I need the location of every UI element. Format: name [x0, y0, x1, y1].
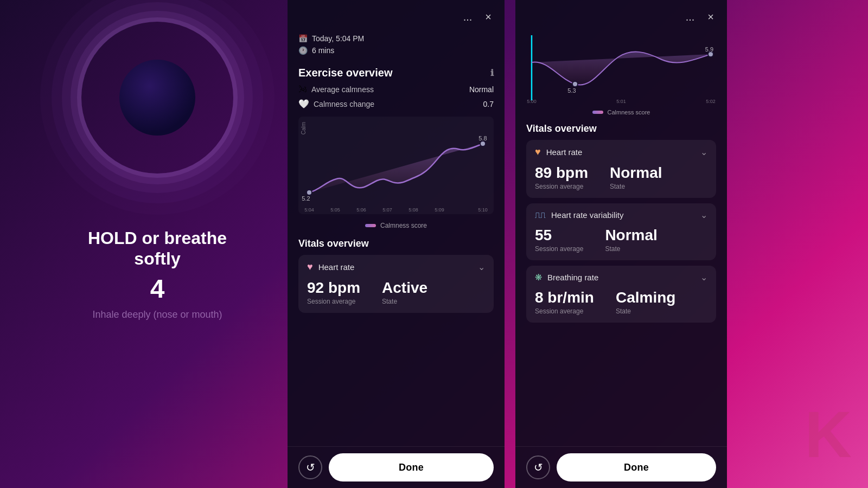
svg-text:5:05: 5:05 — [330, 207, 340, 213]
left-refresh-button[interactable]: ↺ — [298, 455, 322, 479]
right-done-button[interactable]: Done — [557, 453, 716, 481]
svg-text:5:02: 5:02 — [706, 99, 716, 104]
right-panel-header: ... × — [515, 0, 727, 30]
left-chart-svg: 5.2 5.8 5:04 5:05 5:06 5:07 5:08 5:09 5:… — [298, 117, 494, 214]
right-heart-rate-data: 89 bpm Session average Normal State — [526, 162, 716, 198]
calendar-icon: 📅 — [298, 34, 308, 43]
right-breathing-header: ❋ Breathing rate ⌄ — [526, 266, 716, 287]
hrv-value-group: 55 Session average — [535, 227, 583, 253]
right-heart-rate-header: ♥ Heart rate ⌄ — [526, 140, 716, 162]
right-breathing-card[interactable]: ❋ Breathing rate ⌄ 8 br/min Session aver… — [526, 266, 716, 323]
date-row: 📅 Today, 5:04 PM — [298, 34, 494, 43]
right-hrv-data: 55 Session average Normal State — [526, 224, 716, 260]
left-vitals-section: Vitals overview ♥ Heart rate ⌄ 92 bpm Se… — [288, 234, 505, 320]
svg-point-1 — [480, 141, 486, 146]
left-bpm-value: 92 bpm — [307, 279, 360, 297]
right-hrv-card[interactable]: ⎍⎍ Heart rate variability ⌄ 55 Session a… — [526, 203, 716, 260]
svg-text:5:10: 5:10 — [478, 207, 488, 213]
right-hr-state-value: Normal — [610, 164, 662, 182]
left-done-button[interactable]: Done — [329, 453, 494, 481]
right-panel: ... × 5.3 5.9 5:00 5:01 — [515, 0, 727, 488]
svg-text:5:01: 5:01 — [616, 99, 626, 104]
inhale-instruction: Inhale deeply (nose or mouth) — [71, 309, 244, 320]
legend-dot-right — [592, 111, 603, 114]
breathing-value: 8 br/min — [535, 289, 594, 306]
left-menu-button[interactable]: ... — [461, 9, 475, 25]
svg-text:5:08: 5:08 — [409, 207, 418, 213]
svg-text:5.2: 5.2 — [302, 195, 310, 202]
right-menu-button[interactable]: ... — [684, 9, 697, 25]
left-heart-rate-card[interactable]: ♥ Heart rate ⌄ 92 bpm Session average Ac… — [298, 255, 494, 313]
breathing-state-group: Calming State — [616, 289, 675, 315]
left-close-button[interactable]: × — [483, 9, 494, 25]
right-breathing-data: 8 br/min Session average Calming State — [526, 287, 716, 323]
right-bpm-sublabel: Session average — [535, 183, 588, 190]
right-hr-state-sublabel: State — [610, 183, 662, 190]
date-label: Today, 5:04 PM — [312, 34, 364, 43]
hrv-icon: ⎍⎍ — [535, 210, 546, 220]
right-heart-rate-card[interactable]: ♥ Heart rate ⌄ 89 bpm Session average No… — [526, 140, 716, 198]
svg-text:5:06: 5:06 — [356, 207, 366, 213]
svg-text:5:07: 5:07 — [382, 207, 392, 213]
calmness-change-row: 🤍 Calmness change 0.7 — [288, 97, 505, 111]
session-meta: 📅 Today, 5:04 PM 🕐 6 mins — [288, 30, 505, 61]
hrv-sublabel: Session average — [535, 245, 583, 253]
right-bpm-value: 89 bpm — [535, 164, 588, 182]
heart-outline-icon: 🤍 — [298, 99, 309, 109]
avg-calmness-row: 🌬 Average calmness Normal — [288, 82, 505, 97]
left-bottom-bar: ↺ Done — [288, 446, 505, 488]
hrv-state-value: Normal — [605, 227, 657, 244]
clock-icon: 🕐 — [298, 46, 308, 55]
left-state-value: Active — [382, 279, 427, 297]
hold-instruction: HOLD or breathe softly — [71, 228, 244, 269]
left-heart-rate-data: 92 bpm Session average Active State — [298, 277, 494, 313]
left-panel: ... × 📅 Today, 5:04 PM 🕐 6 mins Exercise… — [288, 0, 505, 488]
hrv-state-sublabel: State — [605, 245, 657, 253]
left-vitals-title: Vitals overview — [298, 238, 494, 249]
right-bpm-group: 89 bpm Session average — [535, 164, 588, 190]
background-orb — [81, 22, 233, 174]
chevron-down-icon-hrv: ⌄ — [700, 210, 707, 220]
right-chart-legend-label: Calmness score — [608, 109, 650, 115]
breathing-value-group: 8 br/min Session average — [535, 289, 594, 315]
left-state-group: Active State — [382, 279, 427, 305]
breathing-label: Breathing rate — [547, 273, 695, 282]
breath-count: 4 — [71, 274, 244, 304]
breathing-icon: ❋ — [535, 272, 542, 282]
chevron-down-icon-right-hr: ⌄ — [700, 147, 707, 157]
duration-row: 🕐 6 mins — [298, 46, 494, 55]
left-heart-rate-header: ♥ Heart rate ⌄ — [298, 255, 494, 277]
avg-calmness-value: Normal — [469, 85, 494, 94]
heart-rate-icon-left: ♥ — [307, 261, 313, 273]
svg-point-12 — [572, 81, 578, 87]
right-hr-state-group: Normal State — [610, 164, 662, 190]
right-close-button[interactable]: × — [705, 9, 716, 25]
chart-y-label: Calm — [301, 122, 307, 134]
orb-inner — [119, 60, 195, 136]
legend-dot-left — [365, 224, 376, 227]
svg-text:5:00: 5:00 — [527, 99, 537, 104]
calmness-change-value: 0.7 — [483, 100, 494, 108]
left-chart: Calm 5.2 5.8 5:04 5:05 5:06 5:07 — [298, 117, 494, 214]
right-vitals-section: Vitals overview ♥ Heart rate ⌄ 89 bpm Se… — [515, 119, 727, 330]
right-chart-legend: Calmness score — [521, 108, 722, 118]
heart-rate-label-right: Heart rate — [546, 147, 695, 157]
svg-text:5:09: 5:09 — [435, 207, 444, 213]
avg-calmness-label: Average calmness — [311, 85, 465, 94]
right-chart-svg: 5.3 5.9 5:00 5:01 5:02 — [521, 30, 722, 106]
chevron-down-icon-breathing: ⌄ — [700, 272, 707, 282]
breathing-instruction-area: HOLD or breathe softly 4 Inhale deeply (… — [71, 228, 244, 320]
breathing-state-value: Calming — [616, 289, 675, 306]
breathing-state-sublabel: State — [616, 307, 675, 315]
left-bpm-group: 92 bpm Session average — [307, 279, 360, 305]
heart-rate-label-left: Heart rate — [318, 262, 473, 272]
svg-point-0 — [307, 190, 312, 195]
left-state-sublabel: State — [382, 298, 427, 305]
info-icon: ℹ — [490, 68, 494, 78]
duration-label: 6 mins — [312, 46, 334, 55]
right-refresh-button[interactable]: ↺ — [526, 455, 550, 479]
left-panel-header: ... × — [288, 0, 505, 30]
svg-text:5:04: 5:04 — [304, 207, 314, 213]
left-bpm-sublabel: Session average — [307, 298, 360, 305]
hrv-label: Heart rate variability — [551, 210, 695, 220]
